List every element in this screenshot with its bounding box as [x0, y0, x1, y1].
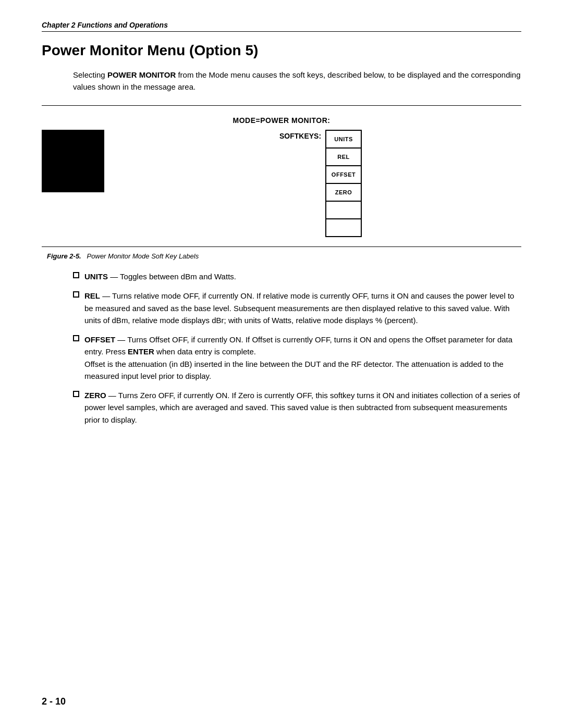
figure-caption: Figure 2-5. Power Monitor Mode Soft Key … [47, 252, 521, 260]
figure-caption-text: Power Monitor Mode Soft Key Labels [87, 252, 199, 260]
list-item: ZERO — Turns Zero OFF, if currently ON. … [73, 389, 521, 426]
section-divider-top [42, 105, 521, 106]
bullet-icon [73, 391, 79, 397]
softkey-empty-1[interactable] [325, 201, 362, 219]
page: Chapter 2 Functions and Operations Power… [0, 0, 563, 728]
mode-label: MODE=POWER MONITOR: [42, 116, 521, 125]
bullet-text-zero: ZERO — Turns Zero OFF, if currently ON. … [84, 389, 521, 426]
softkey-zero[interactable]: ZERO [325, 183, 362, 202]
softkey-empty-2[interactable] [325, 218, 362, 237]
section-divider-bottom [42, 246, 521, 247]
bullet-icon [73, 335, 79, 341]
figure-caption-label: Figure 2-5. [47, 252, 81, 260]
bullet-icon [73, 272, 79, 278]
bullet-text-units: UNITS — Toggles between dBm and Watts. [84, 270, 521, 282]
softkey-units[interactable]: UNITS [325, 130, 362, 149]
bullet-list: UNITS — Toggles between dBm and Watts. R… [73, 270, 521, 426]
softkeys-wrapper: SOFTKEYS: UNITS REL OFFSET ZERO [120, 130, 521, 236]
page-title: Power Monitor Menu (Option 5) [42, 42, 521, 59]
softkey-rel[interactable]: REL [325, 147, 362, 166]
list-item: UNITS — Toggles between dBm and Watts. [73, 270, 521, 282]
bullet-icon [73, 291, 79, 298]
chapter-divider [42, 31, 521, 32]
list-item: OFFSET — Turns Offset OFF, if currently … [73, 334, 521, 382]
figure-image [42, 130, 104, 192]
list-item: REL — Turns relative mode OFF, if curren… [73, 290, 521, 326]
chapter-header: Chapter 2 Functions and Operations [42, 21, 521, 29]
intro-text: Selecting POWER MONITOR from the Mode me… [73, 69, 521, 93]
softkey-column: UNITS REL OFFSET ZERO [325, 130, 362, 236]
figure-area: SOFTKEYS: UNITS REL OFFSET ZERO [42, 130, 521, 236]
bullet-text-rel: REL — Turns relative mode OFF, if curren… [84, 290, 521, 326]
softkeys-label: SOFTKEYS: [279, 132, 321, 140]
softkey-offset[interactable]: OFFSET [325, 165, 362, 184]
bullet-text-offset: OFFSET — Turns Offset OFF, if currently … [84, 334, 521, 382]
page-number: 2 - 10 [42, 696, 66, 707]
